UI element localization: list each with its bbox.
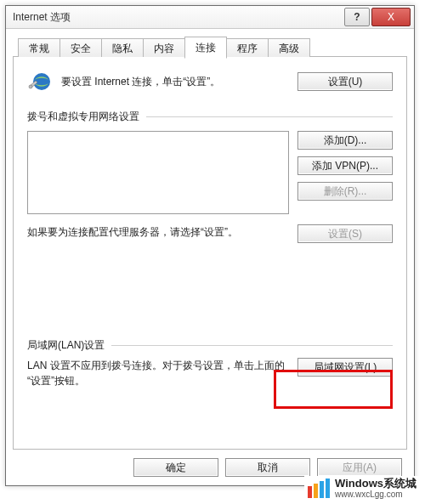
tab-privacy[interactable]: 隐私	[101, 38, 144, 58]
group-divider	[111, 345, 393, 346]
dialup-row: 添加(D)... 添加 VPN(P)... 删除(R)...	[27, 131, 393, 214]
tab-general[interactable]: 常规	[18, 38, 60, 58]
apply-button[interactable]: 应用(A)	[317, 458, 402, 477]
add-vpn-button[interactable]: 添加 VPN(P)...	[298, 156, 393, 175]
tab-row: 常规 安全 隐私 内容 连接 程序 高级	[18, 38, 309, 59]
setup-row: 要设置 Internet 连接，单击“设置”。 设置(U)	[27, 69, 393, 94]
lan-group: 局域网(LAN)设置 LAN 设置不应用到拨号连接。对于拨号设置，单击上面的“设…	[27, 338, 393, 388]
setup-button[interactable]: 设置(U)	[298, 72, 393, 91]
tab-security[interactable]: 安全	[60, 38, 102, 58]
dialup-group-label-text: 拨号和虚拟专用网络设置	[27, 110, 139, 124]
dialup-group: 拨号和虚拟专用网络设置 添加(D)... 添加 VPN(P)... 删除(R).…	[27, 110, 393, 243]
lan-group-label: 局域网(LAN)设置	[27, 338, 393, 353]
svg-point-1	[29, 85, 32, 88]
dialog-window: Internet 选项 ? X 常规 安全 隐私 内容 连接 程序 高级	[5, 5, 415, 486]
proxy-row: 如果要为连接配置代理服务器，请选择“设置”。 设置(S)	[27, 224, 393, 243]
tab-programs[interactable]: 程序	[226, 38, 269, 58]
tab-advanced[interactable]: 高级	[268, 38, 310, 58]
lan-text: LAN 设置不应用到拨号连接。对于拨号设置，单击上面的“设置”按钮。	[27, 358, 289, 388]
watermark-text: Windows系统城 www.wxcLgg.com	[335, 478, 416, 499]
watermark-line1: Windows系统城	[335, 478, 416, 490]
tab-content[interactable]: 内容	[143, 38, 185, 58]
dialup-settings-button[interactable]: 设置(S)	[298, 224, 393, 243]
tab-strip: 常规 安全 隐私 内容 连接 程序 高级	[13, 37, 407, 57]
bar	[320, 481, 324, 498]
lan-settings-button[interactable]: 局域网设置(L)	[298, 358, 393, 377]
watermark-line2: www.wxcLgg.com	[335, 490, 416, 499]
globe-icon	[27, 69, 53, 94]
dialup-group-label: 拨号和虚拟专用网络设置	[27, 110, 393, 124]
lan-group-label-text: 局域网(LAN)设置	[27, 338, 105, 353]
remove-button[interactable]: 删除(R)...	[298, 182, 393, 201]
bar	[308, 486, 312, 498]
group-divider	[146, 116, 393, 117]
watermark: Windows系统城 www.wxcLgg.com	[304, 476, 420, 501]
bar	[326, 479, 330, 498]
window-title: Internet 选项	[6, 10, 344, 25]
tab-connections[interactable]: 连接	[184, 37, 227, 59]
close-button[interactable]: X	[371, 8, 411, 26]
watermark-bars-icon	[308, 479, 330, 498]
cancel-button[interactable]: 取消	[225, 458, 310, 477]
proxy-text: 如果要为连接配置代理服务器，请选择“设置”。	[27, 224, 289, 240]
help-button[interactable]: ?	[344, 8, 370, 26]
ok-button[interactable]: 确定	[133, 458, 218, 477]
add-button[interactable]: 添加(D)...	[298, 131, 393, 150]
title-bar: Internet 选项 ? X	[6, 6, 414, 29]
connections-listbox[interactable]	[27, 131, 289, 214]
setup-text: 要设置 Internet 连接，单击“设置”。	[61, 75, 289, 89]
dialog-body: 常规 安全 隐私 内容 连接 程序 高级	[13, 37, 407, 450]
dialup-button-column: 添加(D)... 添加 VPN(P)... 删除(R)...	[298, 131, 393, 214]
tab-page-connections: 要设置 Internet 连接，单击“设置”。 设置(U) 拨号和虚拟专用网络设…	[13, 57, 407, 450]
lan-row: LAN 设置不应用到拨号连接。对于拨号设置，单击上面的“设置”按钮。 局域网设置…	[27, 358, 393, 388]
bar	[314, 484, 318, 498]
